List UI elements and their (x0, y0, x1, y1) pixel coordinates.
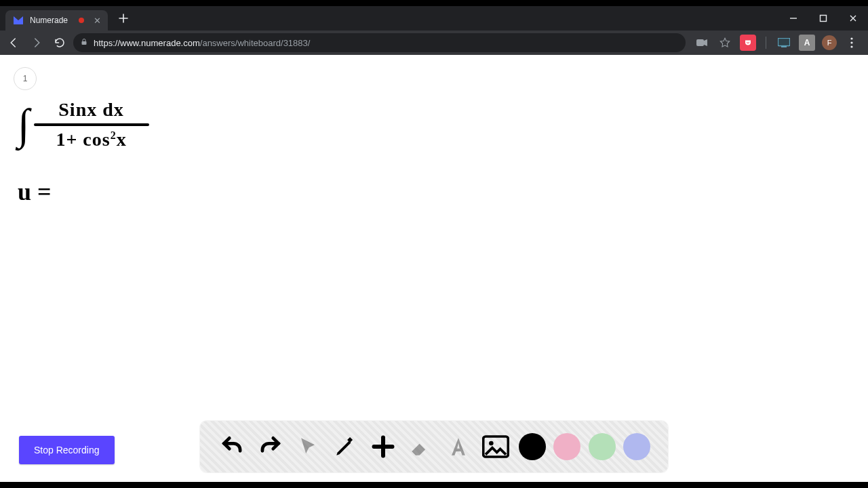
extension-divider (766, 37, 766, 49)
svg-rect-4 (696, 39, 704, 46)
color-black[interactable] (519, 433, 546, 460)
lock-icon (80, 38, 88, 48)
title-bar: Numerade ✕ (0, 6, 868, 30)
image-tool[interactable] (481, 432, 511, 462)
letterbox-bottom (0, 482, 868, 488)
integral-sign: ∫ (18, 105, 30, 144)
svg-rect-2 (821, 16, 827, 22)
url-path: /answers/whiteboard/31883/ (200, 38, 311, 48)
close-window-button[interactable] (838, 6, 868, 30)
svg-rect-7 (778, 39, 790, 46)
maximize-button[interactable] (808, 6, 838, 30)
browser-window: Numerade ✕ https://www.numerade.com/answ… (0, 6, 868, 482)
numerade-favicon-icon (12, 14, 24, 26)
svg-rect-3 (82, 41, 87, 45)
camera-indicator-icon[interactable] (694, 35, 710, 51)
svg-point-9 (850, 37, 852, 39)
back-button[interactable] (4, 33, 23, 52)
page-number-badge[interactable]: 1 (14, 67, 37, 90)
text-tool[interactable] (443, 432, 473, 462)
color-pink[interactable] (553, 433, 580, 460)
u-substitution-line: u = (18, 178, 235, 206)
tab-title: Numerade (30, 16, 68, 25)
fraction-denominator: 1+ cos2x (56, 126, 126, 150)
minimize-button[interactable] (778, 6, 808, 30)
forward-button[interactable] (27, 33, 46, 52)
color-green[interactable] (589, 433, 616, 460)
svg-point-14 (489, 441, 494, 446)
bookmark-star-icon[interactable] (717, 35, 733, 51)
browser-tab[interactable]: Numerade ✕ (5, 10, 108, 30)
more-menu-icon[interactable] (844, 35, 860, 51)
denom-left: 1+ cos (56, 129, 110, 150)
fraction-numerator: Sinx dx (58, 99, 124, 123)
add-button[interactable] (368, 432, 398, 462)
profile-avatar[interactable]: F (822, 35, 837, 50)
page-viewport: 1 ∫ Sinx dx 1+ cos2x u = Stop Recording (0, 55, 868, 482)
window-controls (778, 6, 868, 30)
svg-marker-0 (14, 16, 23, 24)
stop-recording-button[interactable]: Stop Recording (19, 436, 115, 464)
extension-adblock-icon[interactable]: A (799, 35, 815, 51)
close-tab-icon[interactable]: ✕ (94, 16, 101, 26)
eraser-tool[interactable] (406, 432, 435, 462)
color-blue[interactable] (623, 433, 650, 460)
whiteboard-toolbar (200, 421, 668, 472)
svg-point-10 (850, 41, 852, 43)
pointer-tool[interactable] (293, 432, 323, 462)
letterbox-top (0, 0, 868, 6)
denom-sup: 2 (111, 129, 117, 141)
svg-marker-5 (704, 39, 707, 46)
undo-button[interactable] (218, 432, 248, 462)
extension-screen-icon[interactable] (776, 35, 792, 51)
reload-button[interactable] (50, 33, 69, 52)
handwriting-area: ∫ Sinx dx 1+ cos2x u = (18, 99, 235, 206)
toolbar-right-icons: A F (690, 35, 864, 51)
address-bar-row: https://www.numerade.com/answers/whitebo… (0, 30, 868, 55)
recording-indicator-icon (79, 18, 84, 23)
avatar-initial: F (827, 39, 832, 47)
new-tab-button[interactable] (115, 9, 132, 27)
redo-button[interactable] (255, 432, 285, 462)
url-host: https://www.numerade.com (94, 38, 200, 48)
pen-tool[interactable] (330, 432, 360, 462)
denom-right: x (117, 129, 127, 150)
svg-point-11 (850, 45, 852, 47)
address-bar[interactable]: https://www.numerade.com/answers/whitebo… (73, 33, 686, 52)
page-number-value: 1 (23, 74, 28, 83)
extension-pocket-icon[interactable] (740, 35, 756, 51)
